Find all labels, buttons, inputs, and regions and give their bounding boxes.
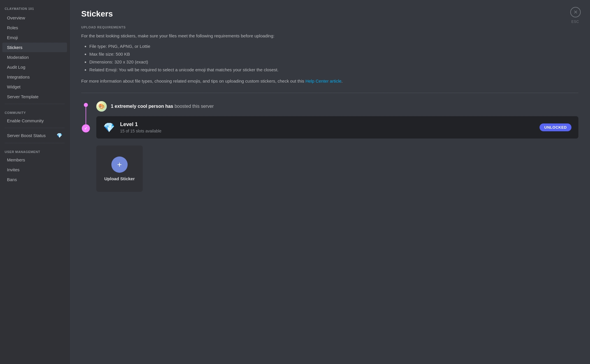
timeline-dot-top	[84, 103, 88, 107]
sidebar-item-label: Widget	[7, 84, 21, 89]
timeline-dot-bottom: ✓	[82, 124, 90, 132]
boost-timeline: ✓ 🎨 1 extremely cool person has boosted …	[81, 101, 578, 192]
sidebar-item-emoji[interactable]: Emoji	[2, 33, 67, 42]
boost-user-row: 🎨 1 extremely cool person has boosted th…	[96, 101, 578, 112]
boost-content: 🎨 1 extremely cool person has boosted th…	[96, 101, 578, 192]
requirement-item: Related Emoji: You will be required to s…	[89, 66, 578, 74]
sidebar-item-members[interactable]: Members	[2, 155, 67, 165]
boost-section: ✓ 🎨 1 extremely cool person has boosted …	[81, 101, 578, 192]
sidebar-item-bans[interactable]: Bans	[2, 175, 67, 184]
boost-message-rest: boosted this server	[173, 104, 214, 109]
upload-plus-button[interactable]: +	[111, 156, 128, 173]
level-title: Level 1	[120, 121, 540, 128]
sidebar-item-label: Audit Log	[7, 65, 25, 70]
sidebar-item-invites[interactable]: Invites	[2, 165, 67, 174]
requirements-intro: For the best looking stickers, make sure…	[81, 32, 578, 39]
requirements-list: File type: PNG, APNG, or Lottie Max file…	[81, 42, 578, 74]
boost-message-bold: 1 extremely cool person has	[111, 104, 173, 109]
sidebar-item-label: Stickers	[7, 45, 22, 50]
sidebar-item-label: Invites	[7, 167, 19, 172]
sidebar-item-moderation[interactable]: Moderation	[2, 52, 67, 62]
sidebar-item-enable-community[interactable]: Enable Community	[2, 116, 67, 125]
level-slots: 15 of 15 slots available	[120, 129, 540, 133]
sidebar-item-label: Server Template	[7, 94, 39, 99]
sidebar-item-widget[interactable]: Widget	[2, 82, 67, 92]
close-button[interactable]: ✕	[570, 7, 581, 17]
sidebar-item-label: Server Boost Status	[7, 133, 46, 138]
user-management-section-label: USER MANAGEMENT	[0, 145, 69, 155]
sidebar-item-roles[interactable]: Roles	[2, 23, 67, 32]
help-center-link[interactable]: Help Center article	[305, 79, 341, 83]
timeline-line	[86, 107, 86, 124]
footer-text-after-link: .	[341, 79, 343, 83]
sidebar-item-label: Members	[7, 157, 25, 162]
upload-requirements-label: UPLOAD REQUIREMENTS	[81, 26, 578, 29]
main-content: ✕ ESC Stickers UPLOAD REQUIREMENTS For t…	[70, 0, 590, 364]
content-divider	[81, 93, 578, 93]
sidebar-divider-2	[5, 128, 65, 128]
sidebar-item-label: Moderation	[7, 55, 29, 60]
unlocked-badge: UNLOCKED	[540, 123, 571, 131]
stickers-grid: + Upload Sticker	[96, 145, 578, 192]
sidebar-divider-3	[5, 143, 65, 143]
upload-sticker-label: Upload Sticker	[104, 176, 135, 181]
sidebar-item-label: Integrations	[7, 74, 30, 79]
checkmark-icon: ✓	[84, 126, 88, 131]
upload-sticker-card[interactable]: + Upload Sticker	[96, 145, 143, 192]
avatar-image: 🎨	[96, 101, 107, 112]
footer-text-before-link: For more information about file types, c…	[81, 79, 305, 83]
sidebar-item-integrations[interactable]: Integrations	[2, 72, 67, 82]
timeline-column: ✓	[81, 101, 91, 132]
sidebar-item-server-boost-status[interactable]: Server Boost Status 💎	[2, 130, 67, 141]
boost-message: 1 extremely cool person has boosted this…	[111, 104, 214, 109]
sidebar-item-label: Enable Community	[7, 118, 44, 123]
sidebar-item-label: Emoji	[7, 35, 18, 40]
sidebar-item-label: Overview	[7, 15, 25, 20]
boost-gem-icon: 💎	[57, 133, 62, 138]
level-info: Level 1 15 of 15 slots available	[120, 121, 540, 133]
requirements-footer: For more information about file types, c…	[81, 78, 578, 85]
requirement-item: File type: PNG, APNG, or Lottie	[89, 42, 578, 50]
sidebar-item-stickers[interactable]: Stickers	[2, 43, 67, 52]
sidebar: CLAYMATION 101 Overview Roles Emoji Stic…	[0, 0, 70, 364]
upload-requirements-section: UPLOAD REQUIREMENTS For the best looking…	[81, 26, 578, 85]
server-title: CLAYMATION 101	[0, 5, 69, 13]
sidebar-item-server-template[interactable]: Server Template	[2, 92, 67, 101]
requirement-item: Max file size: 500 KB	[89, 50, 578, 58]
community-section-label: COMMUNITY	[0, 106, 69, 116]
requirement-item: Dimensions: 320 x 320 (exact)	[89, 58, 578, 66]
sidebar-item-label: Roles	[7, 25, 18, 30]
sidebar-item-label: Bans	[7, 177, 17, 182]
esc-label: ESC	[571, 20, 579, 24]
level-gem-icon: 💎	[103, 122, 115, 133]
sidebar-divider-1	[5, 104, 65, 104]
sidebar-item-overview[interactable]: Overview	[2, 13, 67, 23]
level-card: 💎 Level 1 15 of 15 slots available UNLOC…	[96, 116, 578, 139]
page-title: Stickers	[81, 9, 578, 19]
sidebar-item-audit-log[interactable]: Audit Log	[2, 62, 67, 72]
avatar: 🎨	[96, 101, 107, 112]
